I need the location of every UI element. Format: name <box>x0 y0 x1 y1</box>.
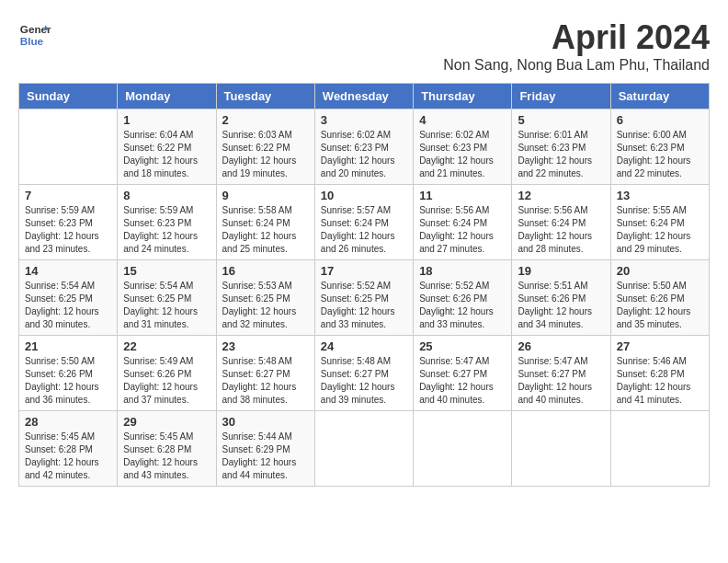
day-detail: Sunrise: 5:44 AM Sunset: 6:29 PM Dayligh… <box>222 431 309 482</box>
day-detail: Sunrise: 6:03 AM Sunset: 6:22 PM Dayligh… <box>222 129 309 180</box>
day-detail: Sunrise: 5:50 AM Sunset: 6:26 PM Dayligh… <box>617 280 703 331</box>
day-detail: Sunrise: 5:56 AM Sunset: 6:24 PM Dayligh… <box>419 204 506 256</box>
day-detail: Sunrise: 6:01 AM Sunset: 6:23 PM Dayligh… <box>518 129 604 180</box>
day-detail: Sunrise: 5:59 AM Sunset: 6:23 PM Dayligh… <box>123 204 210 256</box>
day-number: 13 <box>617 189 703 202</box>
day-number: 30 <box>222 415 309 429</box>
calendar-cell: 19Sunrise: 5:51 AM Sunset: 6:26 PM Dayli… <box>512 260 610 336</box>
month-title: April 2024 <box>443 18 710 57</box>
column-header-monday: Monday <box>118 84 216 109</box>
calendar-cell <box>414 411 512 487</box>
calendar-cell: 7Sunrise: 5:59 AM Sunset: 6:23 PM Daylig… <box>19 185 118 260</box>
column-header-tuesday: Tuesday <box>216 84 314 109</box>
calendar-cell: 29Sunrise: 5:45 AM Sunset: 6:28 PM Dayli… <box>118 411 216 487</box>
logo-icon: General Blue <box>18 18 51 52</box>
day-detail: Sunrise: 5:47 AM Sunset: 6:27 PM Dayligh… <box>419 355 506 407</box>
day-detail: Sunrise: 5:45 AM Sunset: 6:28 PM Dayligh… <box>25 431 111 482</box>
day-detail: Sunrise: 6:02 AM Sunset: 6:23 PM Dayligh… <box>321 129 407 180</box>
day-number: 26 <box>518 339 604 353</box>
day-detail: Sunrise: 5:58 AM Sunset: 6:24 PM Dayligh… <box>222 204 309 256</box>
calendar-cell: 30Sunrise: 5:44 AM Sunset: 6:29 PM Dayli… <box>216 411 314 487</box>
day-detail: Sunrise: 5:47 AM Sunset: 6:27 PM Dayligh… <box>518 355 604 407</box>
column-header-wednesday: Wednesday <box>314 84 413 109</box>
calendar-cell: 25Sunrise: 5:47 AM Sunset: 6:27 PM Dayli… <box>414 336 512 411</box>
day-number: 12 <box>518 189 604 202</box>
calendar-cell <box>512 411 610 487</box>
title-block: April 2024 Non Sang, Nong Bua Lam Phu, T… <box>443 18 710 74</box>
day-detail: Sunrise: 5:48 AM Sunset: 6:27 PM Dayligh… <box>321 355 407 407</box>
calendar-table: SundayMondayTuesdayWednesdayThursdayFrid… <box>18 83 710 487</box>
day-number: 23 <box>222 339 309 353</box>
calendar-cell: 17Sunrise: 5:52 AM Sunset: 6:25 PM Dayli… <box>314 260 413 336</box>
column-header-saturday: Saturday <box>610 84 709 109</box>
calendar-cell: 16Sunrise: 5:53 AM Sunset: 6:25 PM Dayli… <box>216 260 314 336</box>
calendar-cell: 2Sunrise: 6:03 AM Sunset: 6:22 PM Daylig… <box>216 109 314 185</box>
calendar-cell: 1Sunrise: 6:04 AM Sunset: 6:22 PM Daylig… <box>118 109 216 185</box>
column-header-thursday: Thursday <box>414 84 512 109</box>
calendar-cell: 26Sunrise: 5:47 AM Sunset: 6:27 PM Dayli… <box>512 336 610 411</box>
day-detail: Sunrise: 5:52 AM Sunset: 6:26 PM Dayligh… <box>419 280 506 331</box>
day-number: 4 <box>419 113 506 127</box>
day-detail: Sunrise: 5:54 AM Sunset: 6:25 PM Dayligh… <box>25 280 111 331</box>
day-detail: Sunrise: 5:52 AM Sunset: 6:25 PM Dayligh… <box>321 280 407 331</box>
day-number: 24 <box>321 339 407 353</box>
day-number: 7 <box>25 189 111 202</box>
calendar-cell: 24Sunrise: 5:48 AM Sunset: 6:27 PM Dayli… <box>314 336 413 411</box>
svg-text:Blue: Blue <box>20 35 44 47</box>
calendar-cell: 18Sunrise: 5:52 AM Sunset: 6:26 PM Dayli… <box>414 260 512 336</box>
calendar-cell: 12Sunrise: 5:56 AM Sunset: 6:24 PM Dayli… <box>512 185 610 260</box>
calendar-cell: 27Sunrise: 5:46 AM Sunset: 6:28 PM Dayli… <box>610 336 709 411</box>
column-header-friday: Friday <box>512 84 610 109</box>
day-number: 18 <box>419 264 506 278</box>
day-detail: Sunrise: 5:55 AM Sunset: 6:24 PM Dayligh… <box>617 204 703 256</box>
day-number: 6 <box>617 113 703 127</box>
location-title: Non Sang, Nong Bua Lam Phu, Thailand <box>443 57 710 74</box>
day-detail: Sunrise: 5:53 AM Sunset: 6:25 PM Dayligh… <box>222 280 309 331</box>
day-detail: Sunrise: 5:54 AM Sunset: 6:25 PM Dayligh… <box>123 280 210 331</box>
day-detail: Sunrise: 5:49 AM Sunset: 6:26 PM Dayligh… <box>123 355 210 407</box>
day-number: 22 <box>123 339 210 353</box>
day-number: 15 <box>123 264 210 278</box>
day-number: 10 <box>321 189 407 202</box>
calendar-cell: 8Sunrise: 5:59 AM Sunset: 6:23 PM Daylig… <box>118 185 216 260</box>
day-number: 2 <box>222 113 309 127</box>
calendar-cell: 4Sunrise: 6:02 AM Sunset: 6:23 PM Daylig… <box>414 109 512 185</box>
day-number: 25 <box>419 339 506 353</box>
day-detail: Sunrise: 5:48 AM Sunset: 6:27 PM Dayligh… <box>222 355 309 407</box>
calendar-cell <box>314 411 413 487</box>
calendar-cell: 3Sunrise: 6:02 AM Sunset: 6:23 PM Daylig… <box>314 109 413 185</box>
calendar-cell: 5Sunrise: 6:01 AM Sunset: 6:23 PM Daylig… <box>512 109 610 185</box>
page-header: General Blue April 2024 Non Sang, Nong B… <box>18 18 710 74</box>
day-detail: Sunrise: 6:04 AM Sunset: 6:22 PM Dayligh… <box>123 129 210 180</box>
day-detail: Sunrise: 5:51 AM Sunset: 6:26 PM Dayligh… <box>518 280 604 331</box>
day-number: 28 <box>25 415 111 429</box>
day-number: 19 <box>518 264 604 278</box>
day-detail: Sunrise: 5:57 AM Sunset: 6:24 PM Dayligh… <box>321 204 407 256</box>
calendar-cell: 28Sunrise: 5:45 AM Sunset: 6:28 PM Dayli… <box>19 411 118 487</box>
day-number: 17 <box>321 264 407 278</box>
day-detail: Sunrise: 6:00 AM Sunset: 6:23 PM Dayligh… <box>617 129 703 180</box>
logo: General Blue <box>18 18 55 52</box>
day-number: 5 <box>518 113 604 127</box>
day-number: 9 <box>222 189 309 202</box>
calendar-cell: 15Sunrise: 5:54 AM Sunset: 6:25 PM Dayli… <box>118 260 216 336</box>
calendar-cell: 22Sunrise: 5:49 AM Sunset: 6:26 PM Dayli… <box>118 336 216 411</box>
calendar-cell <box>610 411 709 487</box>
day-number: 8 <box>123 189 210 202</box>
day-detail: Sunrise: 6:02 AM Sunset: 6:23 PM Dayligh… <box>419 129 506 180</box>
calendar-cell: 21Sunrise: 5:50 AM Sunset: 6:26 PM Dayli… <box>19 336 118 411</box>
day-number: 11 <box>419 189 506 202</box>
calendar-cell: 23Sunrise: 5:48 AM Sunset: 6:27 PM Dayli… <box>216 336 314 411</box>
day-detail: Sunrise: 5:46 AM Sunset: 6:28 PM Dayligh… <box>617 355 703 407</box>
day-number: 27 <box>617 339 703 353</box>
day-number: 16 <box>222 264 309 278</box>
day-number: 1 <box>123 113 210 127</box>
calendar-cell: 11Sunrise: 5:56 AM Sunset: 6:24 PM Dayli… <box>414 185 512 260</box>
calendar-cell <box>19 109 118 185</box>
day-detail: Sunrise: 5:59 AM Sunset: 6:23 PM Dayligh… <box>25 204 111 256</box>
calendar-cell: 10Sunrise: 5:57 AM Sunset: 6:24 PM Dayli… <box>314 185 413 260</box>
calendar-cell: 14Sunrise: 5:54 AM Sunset: 6:25 PM Dayli… <box>19 260 118 336</box>
calendar-cell: 6Sunrise: 6:00 AM Sunset: 6:23 PM Daylig… <box>610 109 709 185</box>
column-header-sunday: Sunday <box>19 84 118 109</box>
day-number: 14 <box>25 264 111 278</box>
